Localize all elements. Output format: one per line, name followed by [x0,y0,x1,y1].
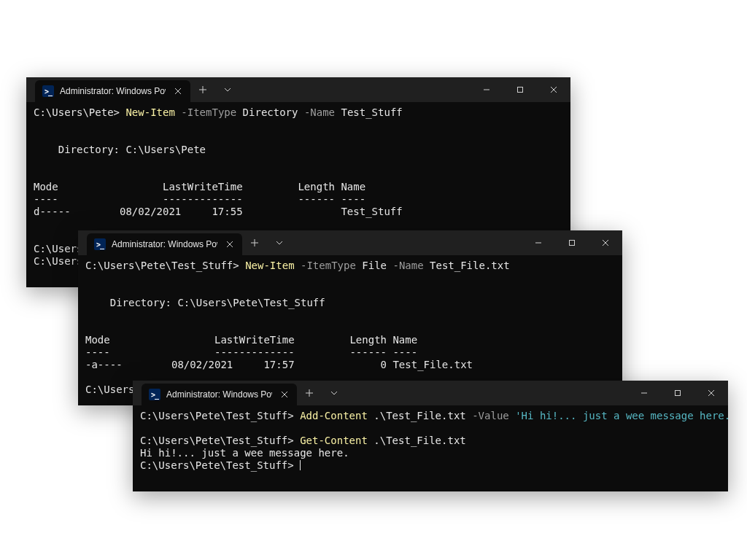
titlebar-drag-area[interactable] [292,230,522,255]
prompt-text: C:\Users [34,255,82,267]
titlebar[interactable]: Administrator: Windows PowerShell [78,230,622,255]
terminal-window-3: Administrator: Windows PowerShell C:\Use… [133,381,728,491]
tab-close-button[interactable] [171,85,185,98]
maximize-button[interactable] [661,381,694,405]
param-value: Test_File.txt [424,260,510,271]
cmdlet: Get-Content [294,435,368,446]
table-header-rule: ---- ------------- ------ ---- [34,193,365,205]
tab-powershell[interactable]: Administrator: Windows PowerShell [87,233,242,255]
cursor [300,460,301,470]
new-tab-button[interactable] [242,230,267,255]
powershell-icon [149,389,160,400]
minimize-button[interactable] [522,230,555,255]
param-value: Directory [236,106,298,118]
terminal-output[interactable]: C:\Users\Pete\Test_Stuff> Add-Content .\… [133,405,728,479]
prompt-text: C:\Users\Pete\Test_Stuff> [140,459,300,471]
cmdlet: New-Item [239,260,295,271]
table-header-rule: ---- ------------- ------ ---- [85,346,417,358]
new-tab-button[interactable] [297,381,322,405]
minimize-button[interactable] [470,77,503,102]
prompt-text: C:\Users\Pete\Test_Stuff> [140,410,294,421]
prompt-text: C:\Users [85,384,134,395]
param: -ItemType [295,260,356,271]
close-button[interactable] [537,77,570,102]
maximize-button[interactable] [503,77,537,102]
minimize-button[interactable] [627,381,661,405]
titlebar-drag-area[interactable] [347,381,627,405]
string-literal: 'Hi hi!... just a wee message here.' [509,410,728,421]
param-value: Test_Stuff [335,106,403,118]
tab-title: Administrator: Windows PowerShell [60,86,166,96]
table-row: -a---- 08/02/2021 17:57 0 Test_File.txt [85,359,473,370]
tab-dropdown-button[interactable] [267,230,292,255]
param: -Value [466,410,509,421]
terminal-window-2: Administrator: Windows PowerShell C:\Use… [78,230,622,405]
tab-title: Administrator: Windows PowerShell [166,389,272,400]
svg-rect-0 [518,88,523,93]
cmdlet: Add-Content [294,410,368,421]
directory-line: Directory: C:\Users\Pete [34,144,206,155]
tab-dropdown-button[interactable] [322,381,347,405]
new-tab-button[interactable] [190,77,215,102]
tab-dropdown-button[interactable] [215,77,240,102]
prompt-text: C:\Users [34,243,82,254]
param: -Name [298,106,335,118]
tab-close-button[interactable] [223,238,236,251]
param: -ItemType [175,106,236,118]
table-header: Mode LastWriteTime Length Name [85,334,417,346]
cmdlet: New-Item [120,106,175,118]
argument: .\Test_File.txt [368,410,466,421]
svg-rect-1 [570,241,575,246]
tab-powershell[interactable]: Administrator: Windows PowerShell [142,384,297,405]
tab-powershell[interactable]: Administrator: Windows PowerShell [35,80,190,102]
prompt-text: C:\Users\Pete\Test_Stuff> [140,435,294,446]
table-row: d----- 08/02/2021 17:55 Test_Stuff [34,206,403,217]
close-button[interactable] [589,230,622,255]
tab-title: Administrator: Windows PowerShell [112,239,217,249]
tab-close-button[interactable] [278,388,291,401]
maximize-button[interactable] [555,230,589,255]
command-output: Hi hi!... just a wee message here. [140,447,349,459]
param: -Name [387,260,424,271]
titlebar[interactable]: Administrator: Windows PowerShell [26,77,570,102]
titlebar-drag-area[interactable] [240,77,470,102]
titlebar[interactable]: Administrator: Windows PowerShell [133,381,728,405]
table-header: Mode LastWriteTime Length Name [34,181,365,192]
powershell-icon [94,238,106,250]
directory-line: Directory: C:\Users\Pete\Test_Stuff [85,297,325,308]
argument: .\Test_File.txt [368,435,466,446]
close-button[interactable] [694,381,728,405]
svg-rect-2 [676,391,681,396]
param-value: File [356,260,387,271]
prompt-text: C:\Users\Pete\Test_Stuff> [85,260,239,271]
prompt-text: C:\Users\Pete> [34,106,120,118]
powershell-icon [42,85,54,97]
